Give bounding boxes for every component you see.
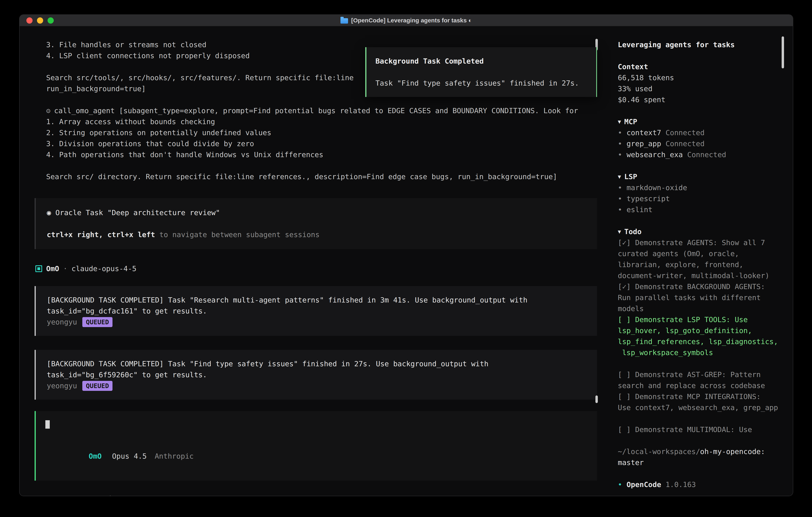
window-title: [OpenCode] Leveraging agents for tasks ◐ [351, 17, 472, 24]
oracle-hint: ctrl+x right, ctrl+x left to navigate be… [47, 229, 586, 240]
agent-separator: · [63, 263, 67, 274]
window-title-wrap: [OpenCode] Leveraging agents for tasks ◐ [341, 17, 472, 24]
zoom-button[interactable] [48, 18, 54, 24]
sidebar: Leveraging agents for tasks Context 66,5… [609, 26, 793, 496]
status-left: ········escinterrupt [39, 493, 147, 496]
commands-key-label: commands [562, 495, 597, 496]
chat-main: Background Task Completed Task "Find typ… [20, 26, 609, 496]
lsp-name: markdown-oxide [627, 184, 687, 192]
blank-line [47, 218, 586, 229]
toast-notification: Background Task Completed Task "Find typ… [365, 47, 597, 97]
mcp-status: Connected [687, 151, 726, 159]
app-window: [OpenCode] Leveraging agents for tasks ◐… [19, 15, 793, 496]
sidebar-scrollbar-thumb[interactable] [782, 36, 784, 69]
agent-name: OmO [46, 263, 59, 274]
toast-body: Task "Find type safety issues" finished … [375, 78, 587, 88]
mcp-heading: MCP [624, 117, 637, 126]
tool-call-footer: Search src/ directory. Return specific f… [35, 171, 597, 182]
message-text: task_id="bg_dcfac161" to get results. [47, 305, 586, 317]
lsp-name: eslint [627, 206, 652, 214]
mcp-name: context7 [627, 129, 661, 137]
queued-badge: QUEUED [82, 381, 113, 391]
todo-item: [ ] Demonstrate MULTIMODAL: Use [618, 424, 782, 435]
message-text: [BACKGROUND TASK COMPLETED] Task "Find t… [47, 358, 586, 369]
collapse-arrow-icon: ▼ [618, 171, 621, 182]
lsp-item: eslint [618, 204, 782, 215]
hint-text: to navigate between subagent sessions [155, 230, 320, 239]
folder-icon [341, 18, 348, 24]
message-meta: yeongyu QUEUED [47, 317, 586, 327]
collapse-arrow-icon: ▼ [618, 116, 621, 127]
oracle-task-panel: ◉ Oracle Task "Deep architecture review"… [35, 198, 597, 249]
main-scrollbar-thumb[interactable] [596, 396, 598, 403]
lsp-name: typescript [627, 194, 670, 203]
titlebar: [OpenCode] Leveraging agents for tasks ◐ [20, 15, 793, 26]
context-used: 33% used [618, 83, 782, 94]
tool-call-item: 4. Path operations that don't handle Win… [35, 149, 597, 160]
input-agent-name: OmO [89, 452, 102, 460]
collapse-arrow-icon: ▼ [618, 226, 621, 237]
lsp-item: markdown-oxide [618, 182, 782, 193]
content-area: Background Task Completed Task "Find typ… [20, 26, 793, 496]
status-dot-icon: • [618, 481, 622, 489]
mcp-name: websearch_exa [627, 151, 683, 159]
mcp-status: Connected [666, 140, 704, 148]
queued-badge: QUEUED [82, 317, 113, 327]
message-meta: yeongyu QUEUED [47, 380, 586, 391]
tab-key-hint: tab [449, 495, 462, 496]
model-indicator: OmOOpus 4.5Anthropic [46, 440, 586, 472]
commands-key-hint: ctrl+p [533, 495, 559, 496]
blank-line [35, 160, 597, 171]
mcp-section-header: ▼MCP [618, 116, 782, 127]
mcp-item: context7Connected [618, 127, 782, 138]
lsp-section-header: ▼LSP [618, 171, 782, 182]
workspace-branch: master [618, 457, 782, 468]
close-button[interactable] [26, 18, 33, 24]
workspace-repo-name: oh-my-opencode: [700, 447, 765, 456]
oracle-task-title: ◉ Oracle Task "Deep architecture review" [47, 207, 586, 218]
esc-key-label: interrupt [108, 494, 147, 496]
todo-item: [ ] Demonstrate MCP INTEGRATIONS: Use co… [618, 391, 782, 413]
hint-keys: ctrl+x right, ctrl+x left [47, 230, 155, 239]
workspace-path: ~/local-workspaces/oh-my-opencode: [618, 446, 782, 457]
message-author: yeongyu [47, 380, 77, 391]
app-version-footer: •OpenCode1.0.163 [618, 479, 782, 490]
app-version: 1.0.163 [666, 481, 696, 489]
text-cursor [46, 420, 50, 429]
message-author: yeongyu [47, 317, 77, 327]
window-controls [26, 15, 54, 26]
app-name: OpenCode [627, 481, 661, 489]
background-task-message: [BACKGROUND TASK COMPLETED] Task "Find t… [35, 350, 597, 400]
input-provider-name: Anthropic [155, 452, 194, 460]
input-model-name: Opus 4.5 [112, 452, 147, 460]
agent-model: claude-opus-4-5 [71, 263, 137, 274]
esc-key-hint: esc [91, 494, 105, 496]
background-task-message: [BACKGROUND TASK COMPLETED] Task "Resear… [35, 286, 597, 336]
tool-call-item: 3. Division operations that could divide… [35, 138, 597, 149]
todo-heading: Todo [624, 227, 642, 236]
gear-icon: ⚙ [46, 107, 51, 115]
message-text: task_id="bg_6f59260c" to get results. [47, 369, 586, 380]
agent-header: OmO · claude-opus-4-5 [35, 263, 597, 274]
tool-call-item: 2. String operations on potentially unde… [35, 127, 597, 138]
status-bar: ········escinterrupt tabswitch agent ctr… [35, 493, 597, 496]
mcp-item: websearch_exaConnected [618, 149, 782, 160]
agent-square-icon [35, 265, 42, 272]
minimize-button[interactable] [37, 18, 43, 24]
tool-call-header-text: call_omo_agent [subagent_type=explore, p… [54, 107, 578, 115]
input-line [46, 419, 586, 430]
tab-key-label: switch agent [465, 495, 517, 496]
prompt-input[interactable]: OmOOpus 4.5Anthropic [35, 411, 597, 481]
message-text: [BACKGROUND TASK COMPLETED] Task "Resear… [47, 295, 586, 305]
context-tokens: 66,518 tokens [618, 72, 782, 83]
todo-item: [✓] Demonstrate AGENTS: Show all 7 curat… [618, 237, 782, 281]
context-heading: Context [618, 61, 782, 72]
mcp-name: grep_app [627, 140, 661, 148]
tool-call-item: 1. Array access without bounds checking [35, 116, 597, 127]
workspace-path-prefix: ~/local-workspaces/ [618, 447, 700, 456]
todo-item: [ ] Demonstrate AST-GREP: Pattern search… [618, 369, 782, 391]
session-title: Leveraging agents for tasks [618, 39, 782, 50]
spinner-icon: ········ [39, 495, 82, 496]
lsp-heading: LSP [624, 172, 637, 181]
lsp-item: typescript [618, 193, 782, 204]
